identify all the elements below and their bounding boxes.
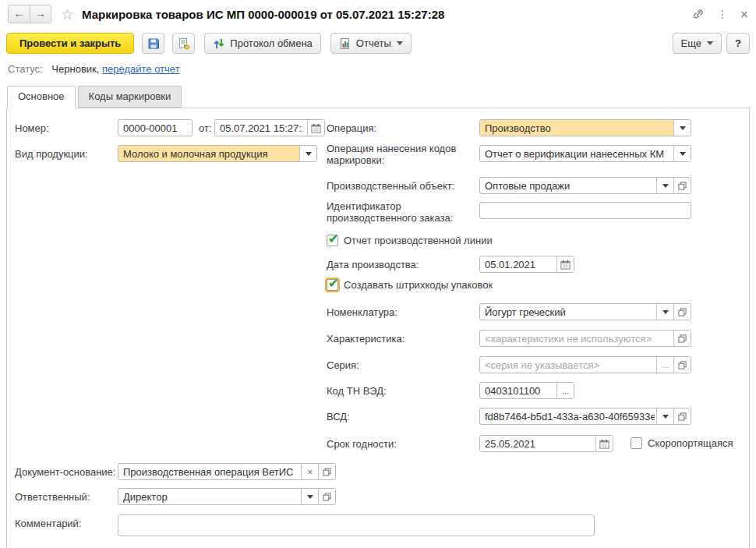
production-object-label: Производственный объект:: [327, 180, 454, 192]
series-label: Серия:: [327, 359, 359, 371]
operation-label: Операция:: [327, 122, 376, 134]
select-ellipsis-icon[interactable]: ...: [656, 357, 673, 373]
comment-label: Комментарий:: [15, 518, 82, 529]
status-value: Черновик,: [51, 63, 99, 75]
open-icon[interactable]: [673, 357, 691, 373]
reports-button[interactable]: Отчеты: [330, 33, 412, 54]
document-date-input[interactable]: [215, 120, 307, 136]
vsd-label: ВСД:: [327, 411, 350, 422]
favorite-star-icon[interactable]: ☆: [61, 5, 74, 23]
production-date-input[interactable]: [480, 256, 556, 272]
checkbox-box[interactable]: [631, 437, 642, 449]
number-input[interactable]: [118, 120, 192, 136]
characteristic-label: Характеристика:: [327, 333, 404, 345]
perishable-checkbox[interactable]: Скоропортящаяся: [631, 437, 733, 449]
line-report-checkbox[interactable]: ✔ Отчет производственной линии: [327, 235, 493, 246]
open-icon[interactable]: [318, 464, 335, 479]
line-report-label: Отчет производственной линии: [344, 235, 493, 246]
dropdown-arrow-icon[interactable]: [656, 178, 673, 193]
open-icon[interactable]: [673, 304, 691, 320]
exchange-protocol-button[interactable]: Протокол обмена: [204, 33, 321, 54]
tnved-input[interactable]: [480, 383, 556, 398]
chevron-down-icon: [707, 41, 713, 45]
open-icon[interactable]: [673, 178, 691, 193]
series-input[interactable]: [480, 357, 656, 373]
check-icon: ✔: [328, 232, 338, 246]
form-panel: Номер: от: Вид продукции: Операция: Опер…: [6, 108, 750, 548]
expiry-input[interactable]: [480, 436, 595, 451]
checkbox-box[interactable]: ✔: [327, 279, 338, 291]
help-button[interactable]: ?: [726, 33, 750, 54]
perishable-label: Скоропортящаяся: [648, 437, 733, 449]
open-icon[interactable]: [673, 331, 691, 346]
nomenclature-input[interactable]: [480, 304, 656, 320]
dropdown-arrow-icon[interactable]: [299, 146, 316, 161]
post-and-close-button[interactable]: Провести и закрыть: [6, 33, 134, 54]
tab-marking-codes[interactable]: Коды маркировки: [78, 86, 182, 108]
open-icon[interactable]: [673, 408, 691, 424]
km-operation-input[interactable]: [480, 146, 673, 161]
page-title: Маркировка товаров ИС МП 0000-000019 от …: [82, 8, 444, 21]
dropdown-arrow-icon[interactable]: [301, 489, 318, 504]
create-barcodes-label: Создавать штрихкоды упаковок: [344, 279, 493, 291]
order-id-label: Идентификатор производственного заказа:: [327, 200, 479, 224]
base-document-input[interactable]: [118, 464, 301, 479]
dropdown-arrow-icon[interactable]: [656, 408, 673, 424]
exchange-arrows-icon: [213, 37, 225, 50]
tnved-label: Код ТН ВЭД:: [327, 385, 387, 397]
km-operation-label: Операция нанесения кодов маркировки:: [327, 143, 479, 166]
comment-input[interactable]: [118, 515, 594, 536]
number-label: Номер:: [15, 122, 49, 134]
responsible-label: Ответственный:: [15, 491, 90, 503]
close-icon[interactable]: ×: [740, 8, 748, 21]
expiry-label: Срок годности:: [327, 438, 397, 450]
responsible-input[interactable]: [118, 489, 301, 504]
title-bar: ← → ☆ Маркировка товаров ИС МП 0000-0000…: [0, 0, 756, 28]
dropdown-arrow-icon[interactable]: [673, 146, 691, 161]
send-report-link[interactable]: передайте отчет: [102, 63, 180, 75]
open-icon[interactable]: [318, 489, 335, 504]
nav-history-group: ← →: [8, 5, 51, 23]
check-icon: ✔: [328, 276, 338, 291]
create-barcodes-checkbox[interactable]: ✔ Создавать штрихкоды упаковок: [327, 279, 493, 291]
order-id-input[interactable]: [480, 203, 691, 218]
chevron-down-icon: [397, 41, 403, 45]
status-label: Статус:: [8, 63, 43, 75]
tab-main[interactable]: Основное: [7, 86, 76, 108]
more-button[interactable]: Еще: [673, 33, 722, 54]
more-menu-icon[interactable]: ⋮: [717, 9, 728, 19]
product-type-label: Вид продукции:: [15, 148, 88, 160]
post-document-button[interactable]: [172, 33, 195, 54]
production-object-input[interactable]: [480, 178, 656, 193]
base-document-label: Документ-основание:: [15, 466, 115, 478]
select-ellipsis-icon[interactable]: ...: [556, 383, 574, 398]
date-label: от:: [199, 122, 212, 134]
back-icon[interactable]: ←: [9, 5, 30, 23]
clear-icon[interactable]: ×: [301, 464, 318, 479]
checkbox-box[interactable]: ✔: [327, 235, 338, 246]
post-document-icon: [178, 37, 190, 50]
forward-icon[interactable]: →: [30, 5, 51, 23]
characteristic-input[interactable]: [480, 331, 673, 346]
product-type-input[interactable]: [118, 146, 299, 161]
nomenclature-label: Номенклатура:: [327, 306, 397, 318]
tab-strip: Основное Коды маркировки: [0, 86, 756, 108]
reports-chart-icon: [339, 37, 352, 50]
save-button[interactable]: [142, 33, 164, 54]
status-line: Статус: Черновик, передайте отчет: [0, 60, 756, 81]
toolbar: Провести и закрыть Протокол обмена Отчет…: [0, 28, 756, 60]
production-date-label: Дата производства:: [327, 259, 419, 270]
calendar-icon[interactable]: [556, 256, 574, 272]
calendar-icon[interactable]: [595, 436, 613, 451]
dropdown-arrow-icon[interactable]: [656, 304, 673, 320]
vsd-input[interactable]: [480, 408, 656, 424]
calendar-icon[interactable]: [307, 120, 324, 136]
link-icon[interactable]: [692, 8, 705, 20]
save-icon: [147, 37, 160, 50]
dropdown-arrow-icon[interactable]: [673, 120, 691, 136]
operation-input[interactable]: [480, 120, 673, 136]
